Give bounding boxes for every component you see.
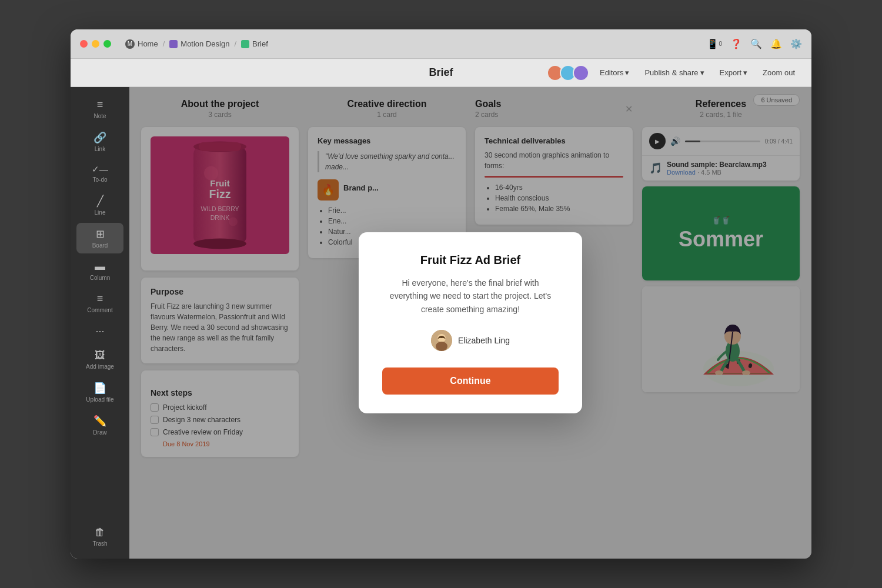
author-avatar: [431, 330, 452, 351]
toolbar: Brief Editors ▾ Publish & share ▾ Export…: [71, 59, 811, 87]
sidebar-item-draw[interactable]: ✏️ Draw: [76, 410, 123, 440]
toolbar-right: Editors ▾ Publish & share ▾ Export ▾ Zoo…: [547, 65, 800, 81]
breadcrumb: M Home / Motion Design / Brief: [125, 39, 268, 49]
zoom-out-button[interactable]: Zoom out: [758, 66, 800, 79]
page-title: Brief: [429, 66, 453, 79]
breadcrumb-home[interactable]: M Home: [125, 39, 158, 49]
traffic-lights: [80, 40, 111, 48]
notification-icon[interactable]: 🔔: [770, 38, 782, 49]
modal-title: Fruit Fizz Ad Brief: [382, 253, 559, 267]
continue-button[interactable]: Continue: [382, 368, 559, 395]
trash-icon: 🗑: [95, 526, 105, 539]
sidebar-item-line[interactable]: ╱ Line: [76, 190, 123, 220]
content-area[interactable]: 6 Unsaved About the project 3 cards: [129, 87, 811, 559]
modal-dialog: Fruit Fizz Ad Brief Hi everyone, here's …: [359, 232, 582, 413]
sidebar: ≡ Note 🔗 Link ✓— To-do ╱ Line ⊞ Board ▬ …: [71, 87, 129, 559]
svg-point-21: [436, 342, 447, 351]
sidebar-item-column[interactable]: ▬ Column: [76, 256, 123, 286]
sidebar-item-link[interactable]: 🔗 Link: [76, 126, 123, 157]
export-button[interactable]: Export ▾: [715, 66, 753, 79]
modal-body: Hi everyone, here's the final brief with…: [382, 276, 559, 316]
modal-overlay[interactable]: Fruit Fizz Ad Brief Hi everyone, here's …: [129, 87, 811, 559]
author-name: Elizabeth Ling: [458, 336, 510, 345]
maximize-button[interactable]: [103, 40, 111, 48]
sidebar-item-board[interactable]: ⊞ Board: [76, 223, 123, 253]
line-icon: ╱: [97, 195, 103, 208]
board-icon: ⊞: [96, 228, 105, 240]
help-icon[interactable]: ❓: [730, 38, 742, 49]
publish-share-button[interactable]: Publish & share ▾: [640, 66, 709, 79]
sidebar-item-add-image[interactable]: 🖼 Add image: [76, 345, 123, 375]
link-icon: 🔗: [93, 131, 106, 144]
sidebar-item-todo[interactable]: ✓— To-do: [76, 159, 123, 188]
motion-design-dot: [169, 40, 178, 48]
editors-button[interactable]: Editors ▾: [595, 66, 634, 79]
sidebar-item-comment[interactable]: ≡ Comment: [76, 288, 123, 318]
app-window: M Home / Motion Design / Brief 📱0 ❓ 🔍 🔔 …: [71, 29, 811, 559]
upload-file-icon: 📄: [93, 382, 106, 395]
main-area: ≡ Note 🔗 Link ✓— To-do ╱ Line ⊞ Board ▬ …: [71, 87, 811, 559]
add-image-icon: 🖼: [95, 349, 105, 362]
close-button[interactable]: [80, 40, 88, 48]
column-icon: ▬: [95, 260, 105, 273]
sidebar-item-more[interactable]: ···: [76, 320, 123, 342]
sidebar-item-note[interactable]: ≡ Note: [76, 94, 123, 124]
breadcrumb-motion-design[interactable]: Motion Design: [169, 39, 229, 48]
settings-icon[interactable]: ⚙️: [790, 38, 802, 49]
titlebar-actions: 📱0 ❓ 🔍 🔔 ⚙️: [707, 38, 802, 49]
breadcrumb-brief[interactable]: Brief: [241, 39, 268, 48]
modal-author: Elizabeth Ling: [382, 330, 559, 351]
avatar-3: [573, 65, 589, 81]
draw-icon: ✏️: [93, 415, 106, 427]
sidebar-item-trash[interactable]: 🗑 Trash: [76, 522, 123, 552]
todo-icon: ✓—: [92, 164, 108, 175]
minimize-button[interactable]: [92, 40, 99, 48]
author-avatar-svg: [431, 330, 452, 351]
more-icon: ···: [95, 325, 104, 338]
mobile-icon[interactable]: 📱0: [707, 38, 722, 49]
sidebar-item-upload-file[interactable]: 📄 Upload file: [76, 377, 123, 407]
titlebar: M Home / Motion Design / Brief 📱0 ❓ 🔍 🔔 …: [71, 29, 811, 59]
collaborator-avatars: [547, 65, 589, 81]
note-icon: ≡: [97, 99, 103, 111]
brief-dot: [241, 40, 249, 48]
comment-icon: ≡: [97, 293, 103, 305]
search-icon[interactable]: 🔍: [750, 38, 762, 49]
